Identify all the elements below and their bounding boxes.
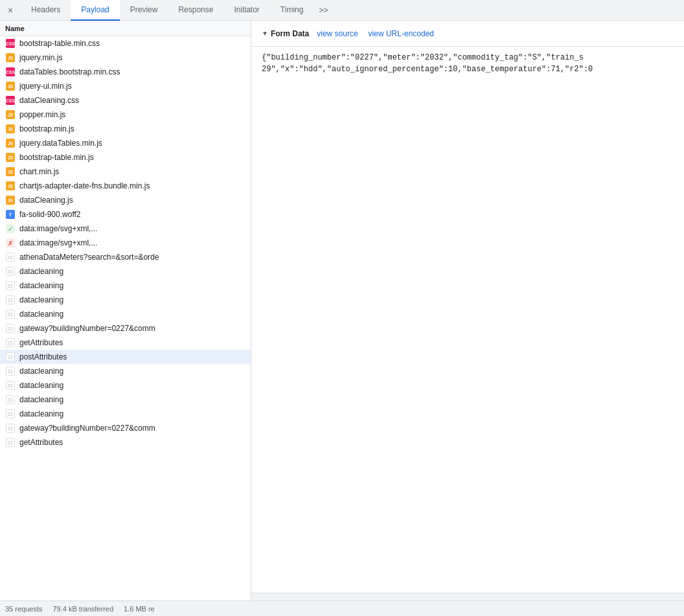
file-name-label: datacleaning — [19, 281, 63, 290]
file-item[interactable]: CSSdataCleaning.css — [0, 93, 251, 108]
main-content: Name CSSbootstrap-table.min.cssJSjquery.… — [0, 21, 684, 600]
file-type-icon: □ — [5, 266, 16, 277]
file-type-icon: □ — [5, 252, 16, 262]
file-name-label: getAttributes — [19, 338, 63, 347]
file-item[interactable]: ✗data:image/svg+xml,... — [0, 236, 251, 250]
file-item[interactable]: □datacleaning — [0, 364, 251, 378]
file-item[interactable]: JSchart.min.js — [0, 165, 251, 179]
file-item[interactable]: □gateway?buildingNumber=0227&comm — [0, 321, 251, 336]
tab-response[interactable]: Response — [168, 0, 223, 21]
file-item[interactable]: JSchartjs-adapter-date-fns.bundle.min.js — [0, 179, 251, 193]
file-name-label: datacleaning — [19, 409, 63, 418]
tab-preview[interactable]: Preview — [120, 0, 168, 21]
file-name-label: dataCleaning.css — [19, 96, 79, 105]
payload-data: {"building_number":"0227","meter":"2032"… — [262, 52, 674, 75]
file-type-icon: □ — [5, 409, 16, 419]
tab-initiator[interactable]: Initiator — [223, 0, 269, 21]
file-type-icon: □ — [5, 280, 16, 291]
file-type-icon: CSS — [5, 38, 16, 49]
file-item[interactable]: JSjquery.min.js — [0, 51, 251, 65]
status-transferred: 79.4 kB transferred — [52, 605, 113, 613]
file-name-label: athenaDataMeters?search=&sort=&orde — [19, 253, 159, 262]
file-type-icon: JS — [5, 152, 16, 163]
status-requests: 35 requests — [5, 605, 42, 613]
payload-horizontal-scrollbar[interactable] — [251, 593, 684, 600]
file-name-label: postAttributes — [19, 352, 67, 361]
file-type-icon: □ — [5, 309, 16, 319]
file-list-header: Name — [0, 21, 251, 36]
file-name-label: datacleaning — [19, 367, 63, 376]
file-item[interactable]: □datacleaning — [0, 393, 251, 407]
view-source-link[interactable]: view source — [314, 28, 360, 40]
view-url-encoded-link[interactable]: view URL-encoded — [366, 28, 437, 40]
file-name-label: jquery.dataTables.min.js — [19, 139, 102, 148]
file-name-label: getAttributes — [19, 438, 63, 447]
file-list-header-label: Name — [5, 25, 25, 32]
file-type-icon: □ — [5, 380, 16, 391]
file-item[interactable]: □datacleaning — [0, 279, 251, 293]
file-list-scroll[interactable]: CSSbootstrap-table.min.cssJSjquery.min.j… — [0, 36, 251, 600]
file-name-label: jquery-ui.min.js — [19, 82, 72, 91]
payload-content[interactable]: {"building_number":"0227","meter":"2032"… — [251, 47, 684, 593]
file-item[interactable]: JSdataCleaning.js — [0, 193, 251, 207]
file-item[interactable]: □postAttributes — [0, 350, 251, 364]
file-name-label: bootstrap.min.js — [19, 124, 74, 133]
file-item[interactable]: Tfa-solid-900.woff2 — [0, 207, 251, 222]
file-name-label: gateway?buildingNumber=0227&comm — [19, 324, 155, 333]
file-item[interactable]: □datacleaning — [0, 378, 251, 393]
tab-close-button[interactable]: × — [0, 0, 21, 21]
file-type-icon: □ — [5, 323, 16, 334]
file-item[interactable]: JSpopper.min.js — [0, 108, 251, 122]
status-bar: 35 requests 79.4 kB transferred 1.6 MB r… — [0, 600, 684, 616]
file-item[interactable]: □getAttributes — [0, 435, 251, 450]
file-type-icon: □ — [5, 437, 16, 448]
file-name-label: dataCleaning.js — [19, 196, 73, 205]
file-name-label: bootstrap-table.min.js — [19, 153, 94, 162]
file-name-label: datacleaning — [19, 295, 63, 304]
close-icon: × — [8, 5, 13, 16]
tab-timing[interactable]: Timing — [270, 0, 314, 21]
file-name-label: chartjs-adapter-date-fns.bundle.min.js — [19, 181, 150, 190]
payload-line-2: 29","x":"hdd","auto_ignored_percentage":… — [262, 63, 674, 75]
file-type-icon: □ — [5, 352, 16, 362]
payload-toolbar: ▼ Form Data view source view URL-encoded — [251, 21, 684, 47]
file-type-icon: □ — [5, 337, 16, 348]
file-item[interactable]: CSSdataTables.bootstrap.min.css — [0, 65, 251, 79]
file-name-label: datacleaning — [19, 267, 63, 276]
tab-more-button[interactable]: >> — [314, 0, 333, 21]
file-type-icon: CSS — [5, 95, 16, 106]
file-item[interactable]: □athenaDataMeters?search=&sort=&orde — [0, 250, 251, 264]
file-type-icon: JS — [5, 195, 16, 205]
file-name-label: gateway?buildingNumber=0227&comm — [19, 424, 155, 433]
file-item[interactable]: CSSbootstrap-table.min.css — [0, 36, 251, 51]
file-name-label: data:image/svg+xml,... — [19, 224, 97, 233]
file-list-panel: Name CSSbootstrap-table.min.cssJSjquery.… — [0, 21, 251, 600]
file-name-label: chart.min.js — [19, 167, 59, 176]
file-item[interactable]: □gateway?buildingNumber=0227&comm — [0, 421, 251, 435]
file-item[interactable]: □datacleaning — [0, 307, 251, 321]
file-type-icon: JS — [5, 138, 16, 148]
file-type-icon: JS — [5, 109, 16, 120]
file-item[interactable]: ✓data:image/svg+xml,... — [0, 222, 251, 236]
file-item[interactable]: □datacleaning — [0, 293, 251, 307]
file-item[interactable]: JSbootstrap-table.min.js — [0, 150, 251, 165]
file-type-icon: □ — [5, 394, 16, 405]
form-data-label: Form Data — [271, 29, 309, 38]
file-item[interactable]: □datacleaning — [0, 264, 251, 279]
file-item[interactable]: □datacleaning — [0, 407, 251, 421]
file-type-icon: JS — [5, 181, 16, 191]
status-resources: 1.6 MB re — [124, 605, 155, 613]
form-data-section: ▼ Form Data — [262, 29, 309, 38]
file-item[interactable]: JSjquery-ui.min.js — [0, 79, 251, 93]
tab-payload[interactable]: Payload — [71, 0, 119, 21]
file-name-label: datacleaning — [19, 310, 63, 319]
file-item[interactable]: □getAttributes — [0, 336, 251, 350]
file-item[interactable]: JSbootstrap.min.js — [0, 122, 251, 136]
tab-headers[interactable]: Headers — [21, 0, 71, 21]
file-type-icon: □ — [5, 295, 16, 305]
file-item[interactable]: JSjquery.dataTables.min.js — [0, 136, 251, 150]
file-type-icon: □ — [5, 423, 16, 433]
payload-line-1: {"building_number":"0227","meter":"2032"… — [262, 52, 674, 63]
file-name-label: bootstrap-table.min.css — [19, 39, 100, 48]
collapse-triangle[interactable]: ▼ — [262, 30, 268, 37]
